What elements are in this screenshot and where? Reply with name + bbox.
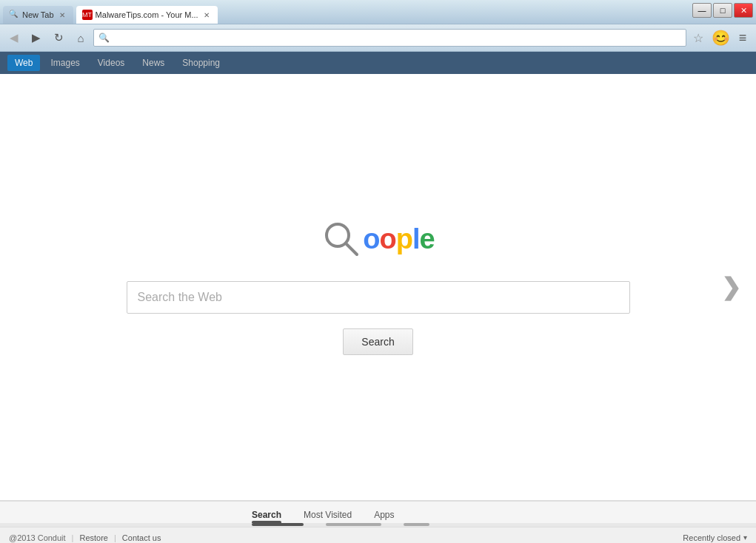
close-button[interactable]: ✕ — [734, 3, 753, 18]
malwaretips-tab-close[interactable]: ✕ — [201, 10, 212, 20]
nav-icons: ☆ 😊 ≡ — [689, 29, 752, 47]
logo-letter-l: l — [412, 223, 420, 255]
search-prefix-icon: 🔍 — [98, 33, 110, 43]
back-button[interactable]: ◀ — [4, 28, 24, 47]
recently-closed-dropdown-icon: ▾ — [743, 533, 747, 542]
maximize-button[interactable]: □ — [713, 3, 732, 18]
logo-letter-o1: o — [363, 223, 379, 255]
bottom-tab-apps[interactable]: Apps — [374, 510, 394, 523]
toolbar-tab-web[interactable]: Web — [7, 55, 40, 71]
footer-sep-1: | — [72, 533, 74, 542]
magnifying-glass-icon — [321, 219, 361, 259]
address-input[interactable] — [113, 33, 681, 43]
main-content: o o p l e Search ❯ — [0, 74, 756, 500]
bottom-section: Search Most Visited Apps — [0, 500, 756, 527]
forward-button[interactable]: ▶ — [27, 28, 46, 47]
new-tab-close[interactable]: ✕ — [57, 10, 67, 20]
tab-new-tab[interactable]: 🔍 New Tab ✕ — [3, 6, 73, 24]
minimize-button[interactable]: — — [692, 3, 712, 18]
toolbar-tab-shopping[interactable]: Shopping — [175, 55, 227, 71]
toolbar-tab-images[interactable]: Images — [43, 55, 87, 71]
tab-indicator-most-visited — [326, 523, 381, 526]
bookmark-star-button[interactable]: ☆ — [689, 29, 707, 47]
recently-closed-label: Recently closed — [683, 533, 740, 542]
toolbar-tab-videos[interactable]: Videos — [90, 55, 132, 71]
title-bar: 🔍 New Tab ✕ MT MalwareTips.com - Your M.… — [0, 0, 756, 24]
contact-link[interactable]: Contact us — [122, 533, 161, 542]
right-chevron[interactable]: ❯ — [721, 273, 741, 301]
logo-letter-p: p — [396, 223, 412, 255]
window-controls: — □ ✕ — [692, 3, 753, 18]
restore-link[interactable]: Restore — [79, 533, 108, 542]
malwaretips-favicon: MT — [82, 10, 93, 20]
footer: @2013 Conduit | Restore | Contact us Rec… — [0, 527, 756, 543]
logo-letter-e: e — [420, 223, 435, 255]
logo-area: o o p l e — [321, 219, 434, 259]
reload-button[interactable]: ↻ — [49, 28, 68, 47]
bottom-tab-search[interactable]: Search — [252, 510, 281, 523]
nav-bar: ◀ ▶ ↻ ⌂ 🔍 ☆ 😊 ≡ — [0, 24, 756, 52]
address-bar[interactable]: 🔍 — [93, 29, 686, 47]
bottom-tab-most-visited[interactable]: Most Visited — [304, 510, 352, 523]
search-box-container — [127, 281, 630, 314]
new-tab-label: New Tab — [22, 10, 54, 19]
logo-text: o o p l e — [363, 223, 434, 255]
search-button[interactable]: Search — [343, 328, 412, 355]
malwaretips-tab-label: MalwareTips.com - Your M... — [96, 10, 198, 19]
recently-closed-button[interactable]: Recently closed ▾ — [683, 533, 747, 542]
smiley-icon-button[interactable]: 😊 — [712, 29, 729, 47]
search-input[interactable] — [127, 281, 630, 314]
bottom-tabs-bar: Search Most Visited Apps — [0, 501, 756, 523]
new-tab-favicon: 🔍 — [9, 10, 19, 20]
toolbar-tab-news[interactable]: News — [135, 55, 172, 71]
copyright-text: @2013 Conduit — [9, 533, 66, 542]
logo-letter-o2: o — [380, 223, 396, 255]
tab-malwaretips[interactable]: MT MalwareTips.com - Your M... ✕ — [76, 6, 218, 24]
svg-line-1 — [346, 243, 357, 254]
home-button[interactable]: ⌂ — [71, 28, 90, 47]
menu-button[interactable]: ≡ — [734, 29, 752, 47]
search-toolbar: Web Images Videos News Shopping — [0, 52, 756, 74]
tab-indicator-apps — [404, 523, 429, 526]
tab-indicator-search — [252, 523, 304, 526]
footer-sep-2: | — [114, 533, 116, 542]
